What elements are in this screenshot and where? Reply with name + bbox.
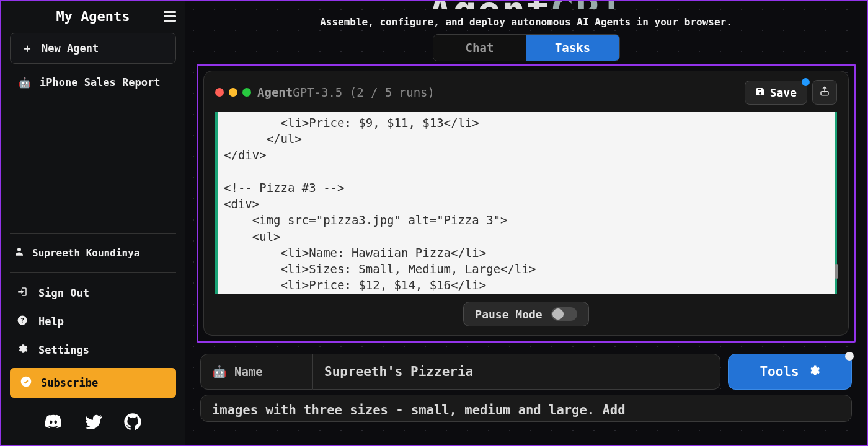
tab-tasks[interactable]: Tasks — [526, 35, 619, 61]
user-label: Supreeth Koundinya — [32, 247, 140, 259]
sidebar-title: My Agents — [56, 9, 130, 24]
terminal: AgentGPT-3.5 (2 / 5 runs) Save — [203, 71, 849, 336]
nav-sign-out[interactable]: Sign Out — [10, 279, 176, 307]
svg-text:?: ? — [20, 317, 24, 324]
highlight-frame: AgentGPT-3.5 (2 / 5 runs) Save — [197, 64, 856, 343]
name-input[interactable]: Supreeth's Pizzeria — [313, 354, 720, 390]
tools-button[interactable]: Tools — [728, 354, 852, 390]
save-label: Save — [770, 86, 797, 99]
main: AgentGPT Assemble, configure, and deploy… — [185, 1, 867, 445]
new-agent-button[interactable]: ＋ New Agent — [10, 33, 176, 64]
terminal-header: AgentGPT-3.5 (2 / 5 runs) Save — [215, 80, 837, 105]
pause-toggle[interactable] — [551, 307, 577, 321]
nav-label: Sign Out — [38, 287, 89, 299]
sidebar: My Agents ＋ New Agent 🤖 iPhone Sales Rep… — [1, 1, 185, 445]
app-title: AgentGPT — [185, 1, 867, 9]
github-icon[interactable] — [123, 413, 142, 434]
tab-row: Chat Tasks — [185, 34, 867, 61]
sidebar-agent-item[interactable]: 🤖 iPhone Sales Report — [10, 70, 176, 95]
svg-point-0 — [17, 248, 21, 251]
discord-icon[interactable] — [44, 413, 63, 434]
menu-icon[interactable] — [164, 11, 176, 22]
scrollbar-thumb[interactable] — [835, 264, 838, 279]
sidebar-header: My Agents — [10, 9, 176, 24]
goal-input[interactable]: images with three sizes - small, medium … — [200, 395, 852, 422]
sign-out-icon — [16, 286, 29, 300]
robot-icon: 🤖 — [212, 365, 227, 379]
nav-label: Settings — [38, 344, 89, 356]
share-button[interactable] — [812, 80, 837, 105]
hero: AgentGPT Assemble, configure, and deploy… — [185, 1, 867, 34]
subscribe-label: Subscribe — [41, 377, 98, 389]
pause-label: Pause Mode — [475, 308, 542, 321]
close-dot-icon[interactable] — [215, 88, 224, 97]
gear-icon — [16, 343, 29, 357]
twitter-icon[interactable] — [84, 413, 102, 434]
save-icon — [755, 86, 765, 99]
minimize-dot-icon[interactable] — [229, 88, 237, 97]
check-circle-icon — [20, 375, 32, 390]
agent-item-label: iPhone Sales Report — [40, 76, 160, 89]
nav-help[interactable]: ? Help — [10, 307, 176, 336]
divider — [10, 272, 176, 273]
goal-input-row: images with three sizes - small, medium … — [200, 395, 852, 422]
name-field-label: 🤖 Name — [200, 354, 313, 390]
notification-dot-icon — [802, 78, 810, 86]
social-row — [10, 413, 176, 439]
gear-icon — [808, 364, 820, 380]
tools-label: Tools — [760, 364, 799, 379]
help-icon: ? — [16, 315, 29, 328]
user-icon — [14, 246, 25, 260]
robot-icon: 🤖 — [19, 77, 31, 89]
code-output[interactable]: <li>Price: $9, $11, $13</li> </ul> </div… — [215, 112, 837, 294]
tab-chat[interactable]: Chat — [433, 35, 526, 61]
nav-label: Help — [38, 315, 64, 328]
maximize-dot-icon[interactable] — [242, 88, 251, 97]
name-input-row: 🤖 Name Supreeth's Pizzeria Tools — [200, 354, 852, 390]
subscribe-button[interactable]: Subscribe — [10, 368, 176, 398]
window-controls — [215, 88, 251, 97]
divider — [10, 233, 176, 234]
pause-mode-control: Pause Mode — [463, 302, 588, 326]
nav-settings[interactable]: Settings — [10, 336, 176, 364]
notification-dot-icon — [845, 352, 854, 361]
terminal-title: AgentGPT-3.5 (2 / 5 runs) — [257, 85, 435, 99]
save-button[interactable]: Save — [745, 81, 807, 105]
plus-icon: ＋ — [22, 41, 33, 56]
hero-subtitle: Assemble, configure, and deploy autonomo… — [185, 16, 867, 28]
new-agent-label: New Agent — [42, 42, 99, 55]
user-row[interactable]: Supreeth Koundinya — [10, 240, 176, 266]
